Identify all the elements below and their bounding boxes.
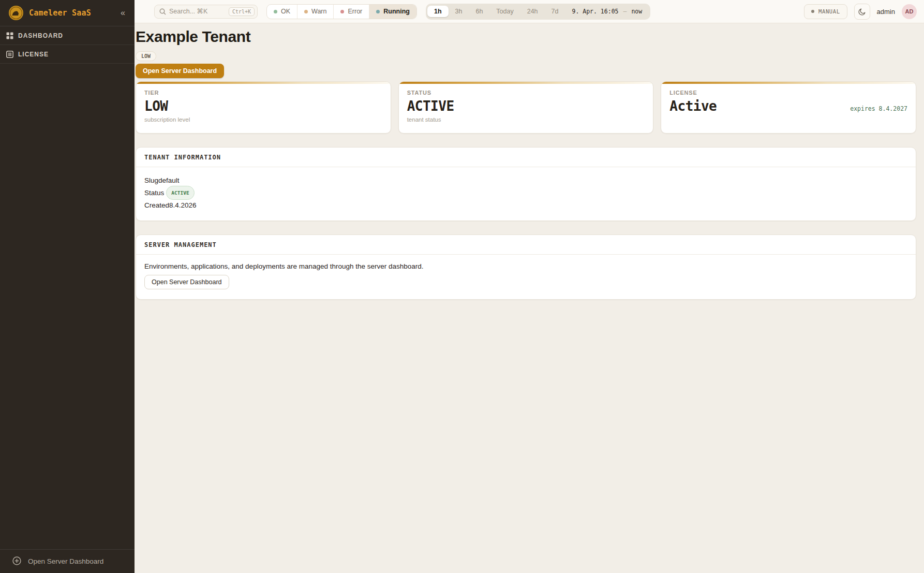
sidebar-item-label: LICENSE (18, 51, 49, 58)
refresh-mode-button[interactable]: MANUAL (804, 4, 847, 19)
time-to: now (631, 8, 642, 15)
license-card-value: Active (669, 98, 717, 114)
time-range-7d[interactable]: 7d (545, 6, 565, 17)
topbar-right-cluster: MANUAL admin AD (804, 4, 917, 20)
license-expiry: expires 8.4.2027 (850, 105, 907, 112)
grid-icon (6, 32, 13, 39)
sidebar-item-license[interactable]: LICENSE (0, 45, 135, 64)
ok-status-dot (274, 10, 277, 13)
brand-title: Cameleer SaaS (29, 8, 113, 18)
created-row: Created8.4.2026 (144, 200, 907, 211)
active-status-badge: ACTIVE (166, 186, 194, 200)
tier-card-value: LOW (144, 98, 168, 114)
running-status-dot (376, 10, 380, 13)
moon-icon (858, 8, 866, 16)
status-filter-group: OK Warn Error Running (266, 4, 417, 19)
content-column: Ctrl+K OK Warn Error Running 1h 3h 6 (135, 0, 924, 573)
dark-mode-toggle[interactable] (854, 4, 870, 20)
status-card: STATUS ACTIVE tenant status (398, 81, 654, 134)
sidebar-spacer (0, 64, 135, 549)
main-content: Example Tenant LOW Open Server Dashboard… (135, 23, 924, 573)
sidebar-footer-label: Open Server Dashboard (28, 557, 103, 565)
license-card: LICENSE Active expires 8.4.2027 (661, 81, 916, 134)
tier-card-sub: subscription level (144, 116, 382, 123)
slug-label: Slug (144, 175, 158, 186)
time-range-display: 9. Apr. 16:05 — now (565, 8, 649, 15)
status-label: Status (144, 187, 164, 198)
search-icon (159, 8, 166, 15)
username-label: admin (877, 8, 895, 16)
refresh-mode-dot (811, 10, 814, 13)
slug-row: Slugdefault (144, 175, 907, 186)
open-server-dashboard-button[interactable]: Open Server Dashboard (136, 64, 224, 78)
sidebar-item-label: DASHBOARD (18, 32, 63, 39)
license-icon (6, 51, 13, 58)
time-range-today[interactable]: Today (489, 6, 520, 17)
open-server-dashboard-secondary-button[interactable]: Open Server Dashboard (144, 275, 229, 289)
filter-label: Running (383, 8, 410, 15)
filter-warn[interactable]: Warn (297, 5, 334, 19)
time-range-group: 1h 3h 6h Today 24h 7d 9. Apr. 16:05 — no… (426, 4, 650, 20)
time-range-3h[interactable]: 3h (449, 6, 469, 17)
sidebar-item-dashboard[interactable]: DASHBOARD (0, 26, 135, 45)
avatar[interactable]: AD (902, 4, 917, 19)
sidebar: Cameleer SaaS « DASHBOARD LICENSE (0, 0, 135, 573)
slug-value: default (158, 175, 180, 186)
sidebar-header: Cameleer SaaS « (0, 0, 135, 26)
search-box[interactable]: Ctrl+K (154, 5, 258, 19)
filter-running[interactable]: Running (369, 5, 416, 19)
tenant-information-title: TENANT INFORMATION (136, 148, 916, 167)
topbar: Ctrl+K OK Warn Error Running 1h 3h 6 (135, 0, 924, 23)
page-title: Example Tenant (136, 28, 916, 46)
server-management-panel: SERVER MANAGEMENT Environments, applicat… (136, 234, 916, 300)
time-range-24h[interactable]: 24h (520, 6, 545, 17)
filter-label: OK (281, 8, 290, 15)
tier-card-label: TIER (144, 90, 382, 96)
filter-ok[interactable]: OK (267, 5, 297, 19)
time-separator: — (623, 8, 627, 15)
search-input[interactable] (169, 8, 226, 15)
created-value: 8.4.2026 (169, 200, 197, 211)
created-label: Created (144, 200, 169, 211)
status-card-sub: tenant status (407, 116, 645, 123)
stat-cards-row: TIER LOW subscription level STATUS ACTIV… (136, 81, 916, 134)
time-range-6h[interactable]: 6h (469, 6, 489, 17)
refresh-mode-label: MANUAL (818, 8, 840, 14)
tier-badge-row: LOW (136, 51, 916, 61)
server-management-description: Environments, applications, and deployme… (144, 262, 907, 270)
filter-label: Warn (311, 8, 326, 15)
server-management-title: SERVER MANAGEMENT (136, 235, 916, 255)
tenant-information-panel: TENANT INFORMATION Slugdefault Status AC… (136, 147, 916, 221)
filter-label: Error (348, 8, 362, 15)
filter-error[interactable]: Error (334, 5, 369, 19)
warn-status-dot (304, 10, 308, 13)
camel-logo-icon (8, 5, 24, 21)
globe-plus-icon (12, 556, 21, 567)
tier-card: TIER LOW subscription level (136, 81, 391, 134)
status-card-label: STATUS (407, 90, 645, 96)
time-range-1h[interactable]: 1h (427, 6, 449, 17)
status-row: Status ACTIVE (144, 186, 907, 200)
sidebar-open-server-dashboard[interactable]: Open Server Dashboard (0, 549, 135, 573)
license-card-label: LICENSE (669, 90, 907, 96)
time-from: 9. Apr. 16:05 (572, 8, 618, 15)
ctrl-k-shortcut-badge: Ctrl+K (229, 7, 255, 16)
sidebar-collapse-icon[interactable]: « (118, 8, 127, 18)
error-status-dot (340, 10, 344, 13)
tier-badge: LOW (136, 51, 156, 61)
status-card-value: ACTIVE (407, 98, 454, 114)
